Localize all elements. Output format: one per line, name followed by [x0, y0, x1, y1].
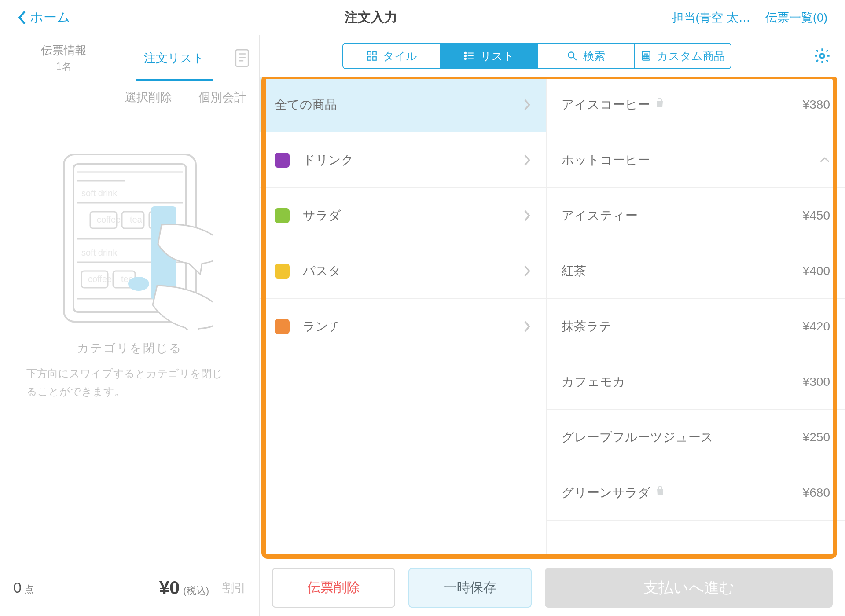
action-split-bill[interactable]: 個別会計: [198, 89, 246, 105]
tab-order-list[interactable]: 注文リスト: [119, 48, 230, 69]
product-price: ¥300: [803, 375, 830, 389]
product-row[interactable]: グレープフルーツジュース¥250: [547, 410, 845, 465]
order-count: 0点: [13, 579, 34, 596]
save-temp-button[interactable]: 一時保存: [408, 568, 532, 608]
svg-rect-24: [367, 57, 371, 60]
product-name: グレープフルーツジュース: [562, 429, 803, 446]
seg-list[interactable]: リスト: [440, 44, 537, 68]
page-title: 注文入力: [70, 8, 672, 26]
svg-point-40: [646, 58, 647, 59]
svg-rect-0: [236, 50, 248, 66]
product-row[interactable]: グリーンサラダ¥680: [547, 465, 845, 521]
product-price: ¥380: [803, 98, 830, 112]
chevron-right-icon: [522, 99, 531, 111]
slip-list-label[interactable]: 伝票一覧(0): [765, 10, 827, 26]
product-row[interactable]: 紅茶¥400: [547, 243, 845, 299]
back-home-button[interactable]: ホーム: [18, 8, 70, 26]
category-row[interactable]: ランチ: [260, 299, 546, 354]
view-mode-segments: タイル リスト 検索 カスタム商品: [342, 43, 731, 69]
tutorial-illustration: soft drink soft drink coffee tea coffee …: [46, 146, 213, 330]
category-label: ランチ: [303, 318, 522, 335]
chevron-up-icon: [819, 155, 830, 165]
svg-line-33: [573, 57, 577, 60]
empty-state-title: カテゴリを閉じる: [77, 340, 182, 356]
category-list: 全ての商品ドリンクサラダパスタランチ: [260, 77, 547, 559]
svg-point-26: [465, 52, 466, 54]
category-swatch: [275, 208, 290, 223]
seg-tile[interactable]: タイル: [343, 44, 440, 68]
product-row[interactable]: アイスコーヒー¥380: [547, 77, 845, 132]
svg-point-32: [568, 52, 574, 58]
staff-label[interactable]: 担当(青空 太…: [672, 10, 751, 26]
calculator-icon: [640, 50, 652, 62]
product-name: 抹茶ラテ: [562, 318, 803, 335]
back-home-label: ホーム: [30, 8, 70, 26]
product-row[interactable]: カフェモカ¥300: [547, 354, 845, 410]
product-list: アイスコーヒー¥380ホットコーヒーアイスティー¥450紅茶¥400抹茶ラテ¥4…: [547, 77, 845, 559]
discount-button[interactable]: 割引: [222, 580, 246, 596]
chevron-right-icon: [522, 209, 531, 222]
category-label: 全ての商品: [275, 96, 522, 113]
svg-point-42: [820, 54, 824, 58]
order-total: ¥0(税込): [47, 577, 209, 598]
svg-text:tea: tea: [130, 215, 143, 224]
product-name: グリーンサラダ: [562, 484, 803, 501]
search-icon: [566, 50, 578, 62]
seg-custom[interactable]: カスタム商品: [634, 44, 731, 68]
svg-rect-22: [367, 51, 371, 55]
product-name: カフェモカ: [562, 374, 803, 390]
product-row[interactable]: ホットコーヒー: [547, 132, 845, 188]
tab-slip-info[interactable]: 伝票情報 1名: [9, 40, 119, 76]
chevron-right-icon: [522, 320, 531, 333]
product-name: 紅茶: [562, 263, 803, 279]
category-swatch: [275, 264, 290, 279]
delete-slip-button[interactable]: 伝票削除: [272, 568, 395, 608]
svg-point-37: [646, 56, 647, 57]
chevron-left-icon: [18, 10, 27, 25]
tab-order-label: 注文リスト: [119, 50, 230, 66]
svg-point-30: [465, 58, 466, 59]
proceed-payment-button[interactable]: 支払いへ進む: [545, 568, 833, 608]
category-row[interactable]: 全ての商品: [260, 77, 546, 132]
category-label: パスタ: [303, 263, 522, 279]
product-price: ¥400: [803, 264, 830, 278]
category-label: サラダ: [303, 207, 522, 224]
empty-state-desc: 下方向にスワイプするとカテゴリを閉じることができます。: [26, 365, 233, 401]
category-label: ドリンク: [303, 152, 522, 169]
product-name: ホットコーヒー: [562, 152, 819, 169]
category-row[interactable]: ドリンク: [260, 132, 546, 188]
chevron-right-icon: [522, 154, 531, 166]
product-name: アイスコーヒー: [562, 96, 803, 113]
svg-text:soft drink: soft drink: [81, 188, 118, 198]
takeout-bag-icon: [654, 97, 665, 109]
svg-point-41: [647, 58, 648, 59]
product-price: ¥450: [803, 209, 830, 223]
category-swatch: [275, 319, 290, 334]
chevron-right-icon: [522, 265, 531, 277]
product-row[interactable]: 抹茶ラテ¥420: [547, 299, 845, 354]
seg-search[interactable]: 検索: [537, 44, 634, 68]
tab-slip-label: 伝票情報: [9, 43, 119, 58]
takeout-bag-icon: [655, 485, 665, 497]
category-row[interactable]: パスタ: [260, 243, 546, 299]
svg-rect-23: [373, 51, 376, 55]
category-row[interactable]: サラダ: [260, 188, 546, 243]
grid-icon: [366, 50, 378, 62]
action-delete-selected[interactable]: 選択削除: [125, 89, 172, 105]
gear-icon[interactable]: [813, 47, 831, 65]
product-price: ¥250: [803, 430, 830, 444]
svg-text:soft drink: soft drink: [81, 248, 118, 257]
svg-point-36: [644, 56, 645, 57]
product-price: ¥680: [803, 486, 830, 500]
category-swatch: [275, 153, 290, 168]
svg-point-39: [644, 58, 645, 59]
product-row[interactable]: アイスティー¥450: [547, 188, 845, 243]
receipt-icon[interactable]: [234, 48, 250, 68]
list-icon: [463, 50, 475, 62]
svg-point-21: [128, 277, 149, 291]
product-name: アイスティー: [562, 207, 803, 224]
product-price: ¥420: [803, 319, 830, 334]
svg-point-38: [647, 56, 648, 57]
svg-point-28: [465, 55, 466, 56]
svg-rect-25: [373, 57, 376, 60]
